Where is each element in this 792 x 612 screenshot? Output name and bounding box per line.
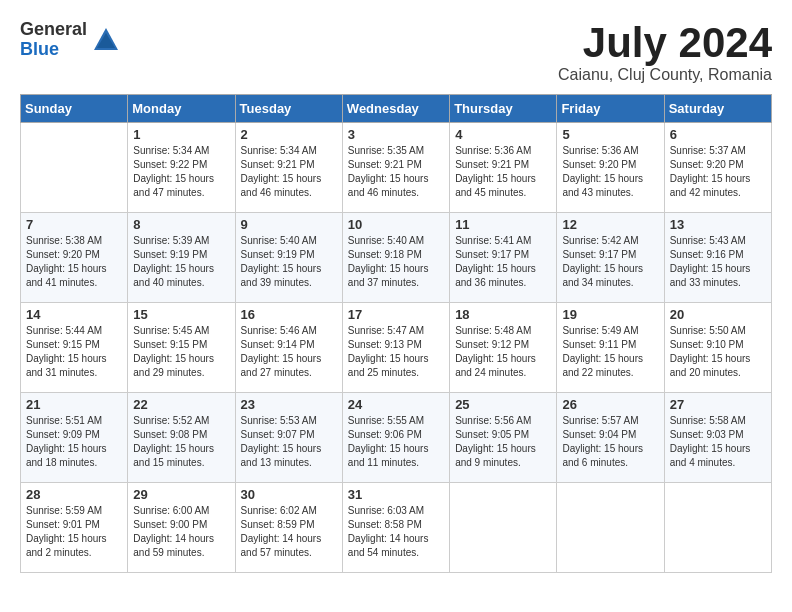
cell-content: Sunrise: 5:38 AM Sunset: 9:20 PM Dayligh… [26,234,122,290]
cell-content: Sunrise: 5:47 AM Sunset: 9:13 PM Dayligh… [348,324,444,380]
day-number: 24 [348,397,444,412]
day-number: 8 [133,217,229,232]
calendar-cell: 28Sunrise: 5:59 AM Sunset: 9:01 PM Dayli… [21,483,128,573]
cell-content: Sunrise: 6:00 AM Sunset: 9:00 PM Dayligh… [133,504,229,560]
day-number: 29 [133,487,229,502]
cell-content: Sunrise: 6:02 AM Sunset: 8:59 PM Dayligh… [241,504,337,560]
weekday-header-friday: Friday [557,95,664,123]
day-number: 31 [348,487,444,502]
month-title: July 2024 [558,20,772,66]
day-number: 13 [670,217,766,232]
day-number: 30 [241,487,337,502]
day-number: 11 [455,217,551,232]
calendar-cell [664,483,771,573]
logo: General Blue [20,20,121,60]
calendar-cell: 2Sunrise: 5:34 AM Sunset: 9:21 PM Daylig… [235,123,342,213]
calendar-cell: 21Sunrise: 5:51 AM Sunset: 9:09 PM Dayli… [21,393,128,483]
day-number: 1 [133,127,229,142]
cell-content: Sunrise: 5:50 AM Sunset: 9:10 PM Dayligh… [670,324,766,380]
cell-content: Sunrise: 5:36 AM Sunset: 9:21 PM Dayligh… [455,144,551,200]
day-number: 5 [562,127,658,142]
calendar-cell: 18Sunrise: 5:48 AM Sunset: 9:12 PM Dayli… [450,303,557,393]
cell-content: Sunrise: 5:37 AM Sunset: 9:20 PM Dayligh… [670,144,766,200]
calendar-cell: 14Sunrise: 5:44 AM Sunset: 9:15 PM Dayli… [21,303,128,393]
calendar-cell: 3Sunrise: 5:35 AM Sunset: 9:21 PM Daylig… [342,123,449,213]
cell-content: Sunrise: 5:40 AM Sunset: 9:18 PM Dayligh… [348,234,444,290]
cell-content: Sunrise: 5:44 AM Sunset: 9:15 PM Dayligh… [26,324,122,380]
weekday-header-wednesday: Wednesday [342,95,449,123]
calendar-cell [21,123,128,213]
day-number: 26 [562,397,658,412]
calendar-cell: 9Sunrise: 5:40 AM Sunset: 9:19 PM Daylig… [235,213,342,303]
calendar-week-row: 28Sunrise: 5:59 AM Sunset: 9:01 PM Dayli… [21,483,772,573]
weekday-header-row: SundayMondayTuesdayWednesdayThursdayFrid… [21,95,772,123]
cell-content: Sunrise: 5:51 AM Sunset: 9:09 PM Dayligh… [26,414,122,470]
weekday-header-sunday: Sunday [21,95,128,123]
cell-content: Sunrise: 5:34 AM Sunset: 9:21 PM Dayligh… [241,144,337,200]
weekday-header-monday: Monday [128,95,235,123]
weekday-header-thursday: Thursday [450,95,557,123]
day-number: 14 [26,307,122,322]
page-header: General Blue July 2024 Caianu, Cluj Coun… [20,20,772,84]
day-number: 19 [562,307,658,322]
calendar-cell: 27Sunrise: 5:58 AM Sunset: 9:03 PM Dayli… [664,393,771,483]
day-number: 28 [26,487,122,502]
weekday-header-saturday: Saturday [664,95,771,123]
cell-content: Sunrise: 5:59 AM Sunset: 9:01 PM Dayligh… [26,504,122,560]
calendar-cell: 26Sunrise: 5:57 AM Sunset: 9:04 PM Dayli… [557,393,664,483]
day-number: 7 [26,217,122,232]
calendar-cell: 5Sunrise: 5:36 AM Sunset: 9:20 PM Daylig… [557,123,664,213]
calendar-cell: 20Sunrise: 5:50 AM Sunset: 9:10 PM Dayli… [664,303,771,393]
calendar-cell: 16Sunrise: 5:46 AM Sunset: 9:14 PM Dayli… [235,303,342,393]
calendar-cell: 29Sunrise: 6:00 AM Sunset: 9:00 PM Dayli… [128,483,235,573]
day-number: 18 [455,307,551,322]
weekday-header-tuesday: Tuesday [235,95,342,123]
cell-content: Sunrise: 5:56 AM Sunset: 9:05 PM Dayligh… [455,414,551,470]
calendar-cell: 17Sunrise: 5:47 AM Sunset: 9:13 PM Dayli… [342,303,449,393]
calendar-week-row: 14Sunrise: 5:44 AM Sunset: 9:15 PM Dayli… [21,303,772,393]
day-number: 23 [241,397,337,412]
day-number: 25 [455,397,551,412]
day-number: 2 [241,127,337,142]
day-number: 21 [26,397,122,412]
calendar-cell [450,483,557,573]
calendar-cell: 4Sunrise: 5:36 AM Sunset: 9:21 PM Daylig… [450,123,557,213]
cell-content: Sunrise: 5:36 AM Sunset: 9:20 PM Dayligh… [562,144,658,200]
cell-content: Sunrise: 5:49 AM Sunset: 9:11 PM Dayligh… [562,324,658,380]
day-number: 16 [241,307,337,322]
calendar-cell [557,483,664,573]
cell-content: Sunrise: 5:55 AM Sunset: 9:06 PM Dayligh… [348,414,444,470]
cell-content: Sunrise: 5:40 AM Sunset: 9:19 PM Dayligh… [241,234,337,290]
day-number: 15 [133,307,229,322]
calendar-cell: 15Sunrise: 5:45 AM Sunset: 9:15 PM Dayli… [128,303,235,393]
day-number: 22 [133,397,229,412]
logo-icon [91,25,121,55]
calendar-cell: 6Sunrise: 5:37 AM Sunset: 9:20 PM Daylig… [664,123,771,213]
cell-content: Sunrise: 5:58 AM Sunset: 9:03 PM Dayligh… [670,414,766,470]
calendar-cell: 8Sunrise: 5:39 AM Sunset: 9:19 PM Daylig… [128,213,235,303]
calendar-cell: 23Sunrise: 5:53 AM Sunset: 9:07 PM Dayli… [235,393,342,483]
day-number: 3 [348,127,444,142]
calendar-cell: 25Sunrise: 5:56 AM Sunset: 9:05 PM Dayli… [450,393,557,483]
cell-content: Sunrise: 5:45 AM Sunset: 9:15 PM Dayligh… [133,324,229,380]
cell-content: Sunrise: 5:35 AM Sunset: 9:21 PM Dayligh… [348,144,444,200]
calendar-cell: 22Sunrise: 5:52 AM Sunset: 9:08 PM Dayli… [128,393,235,483]
calendar-week-row: 7Sunrise: 5:38 AM Sunset: 9:20 PM Daylig… [21,213,772,303]
calendar-cell: 11Sunrise: 5:41 AM Sunset: 9:17 PM Dayli… [450,213,557,303]
calendar-cell: 13Sunrise: 5:43 AM Sunset: 9:16 PM Dayli… [664,213,771,303]
title-area: July 2024 Caianu, Cluj County, Romania [558,20,772,84]
logo-blue-text: Blue [20,40,87,60]
cell-content: Sunrise: 5:41 AM Sunset: 9:17 PM Dayligh… [455,234,551,290]
calendar-cell: 30Sunrise: 6:02 AM Sunset: 8:59 PM Dayli… [235,483,342,573]
day-number: 6 [670,127,766,142]
calendar-cell: 10Sunrise: 5:40 AM Sunset: 9:18 PM Dayli… [342,213,449,303]
cell-content: Sunrise: 5:57 AM Sunset: 9:04 PM Dayligh… [562,414,658,470]
day-number: 4 [455,127,551,142]
cell-content: Sunrise: 5:52 AM Sunset: 9:08 PM Dayligh… [133,414,229,470]
day-number: 10 [348,217,444,232]
calendar-cell: 12Sunrise: 5:42 AM Sunset: 9:17 PM Dayli… [557,213,664,303]
cell-content: Sunrise: 5:53 AM Sunset: 9:07 PM Dayligh… [241,414,337,470]
cell-content: Sunrise: 5:46 AM Sunset: 9:14 PM Dayligh… [241,324,337,380]
cell-content: Sunrise: 6:03 AM Sunset: 8:58 PM Dayligh… [348,504,444,560]
calendar-cell: 1Sunrise: 5:34 AM Sunset: 9:22 PM Daylig… [128,123,235,213]
